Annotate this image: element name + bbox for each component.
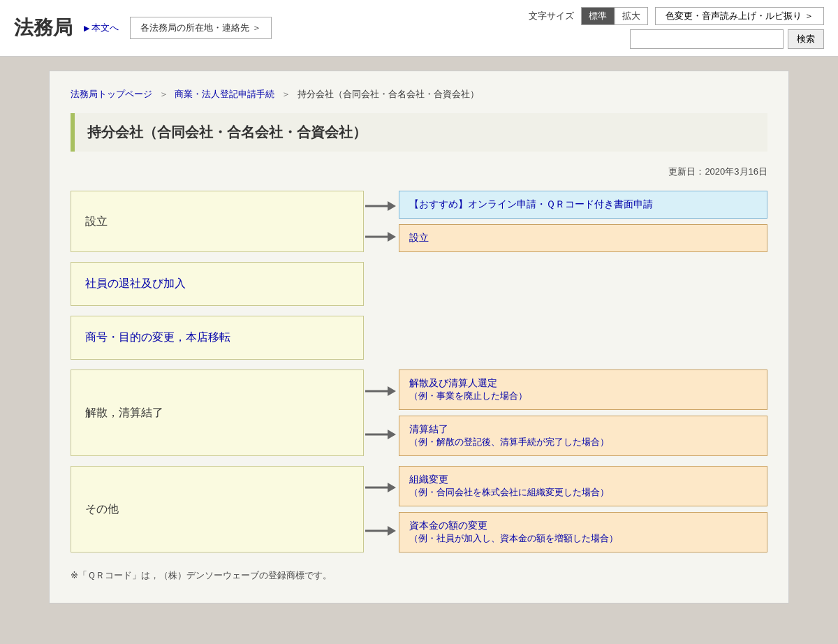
right-link-setsuritsu-0[interactable]: 【おすすめ】オンライン申請・ＱＲコード付き書面申請 bbox=[409, 198, 653, 210]
color-button[interactable]: 色変更・音声読み上げ・ルビ振り ＞ bbox=[655, 7, 824, 25]
section-left-sonota: その他 bbox=[71, 466, 364, 552]
svg-marker-7 bbox=[388, 430, 396, 439]
right-box-sonota-1[interactable]: 資本金の額の変更（例・社員が加入し、資本金の額を増額した場合） bbox=[399, 512, 767, 552]
section-link-shogo[interactable]: 商号・目的の変更，本店移転 bbox=[85, 330, 230, 345]
font-size-label: 文字サイズ bbox=[529, 10, 574, 22]
breadcrumb-item-1[interactable]: 法務局トップページ bbox=[71, 89, 152, 99]
right-box-setsuritsu-0[interactable]: 【おすすめ】オンライン申請・ＱＲコード付き書面申請 bbox=[399, 191, 767, 219]
section-row-shogo: 商号・目的の変更，本店移転 bbox=[71, 316, 767, 360]
sections: 設立 【おすすめ】オンライン申請・ＱＲコード付き書面申請設立社員の退社及び加入商… bbox=[71, 191, 767, 552]
content-card: 法務局トップページ ＞ 商業・法人登記申請手続 ＞ 持分会社（合同会社・合名会社… bbox=[49, 71, 789, 603]
arrow-setsuritsu-0 bbox=[364, 191, 399, 221]
right-link-sonota-0[interactable]: 組織変更 bbox=[409, 474, 448, 485]
breadcrumb-current: 持分会社（合同会社・合名会社・合資会社） bbox=[297, 89, 479, 99]
section-left-shogo[interactable]: 商号・目的の変更，本店移転 bbox=[71, 316, 364, 360]
font-size-standard-button[interactable]: 標準 bbox=[581, 7, 615, 25]
footer-note: ※「ＱＲコード」は，（株）デンソーウェーブの登録商標です。 bbox=[71, 569, 767, 582]
section-row-setsuritsu: 設立 【おすすめ】オンライン申請・ＱＲコード付き書面申請設立 bbox=[71, 191, 767, 252]
svg-marker-9 bbox=[388, 483, 396, 492]
section-left-kaisan: 解散，清算結了 bbox=[71, 369, 364, 456]
header-right: 文字サイズ 標準 拡大 色変更・音声読み上げ・ルビ振り ＞ 検索 bbox=[529, 7, 824, 49]
arrow-kaisan-0 bbox=[364, 369, 399, 413]
arrow-kaisan-1 bbox=[364, 413, 399, 456]
header-top-row: 文字サイズ 標準 拡大 色変更・音声読み上げ・ルビ振り ＞ bbox=[529, 7, 824, 25]
main-wrapper: 法務局トップページ ＞ 商業・法人登記申請手続 ＞ 持分会社（合同会社・合名会社… bbox=[35, 57, 803, 617]
section-link-taisha[interactable]: 社員の退社及び加入 bbox=[85, 277, 186, 291]
font-size-buttons: 標準 拡大 bbox=[581, 7, 648, 25]
right-box-sonota-0[interactable]: 組織変更（例・合同会社を株式会社に組織変更した場合） bbox=[399, 466, 767, 506]
header-left: 法務局 本文へ 各法務局の所在地・連絡先 ＞ bbox=[14, 15, 272, 41]
honbun-link[interactable]: 本文へ bbox=[84, 22, 119, 34]
breadcrumb-item-2[interactable]: 商業・法人登記申請手続 bbox=[175, 89, 274, 99]
locations-button[interactable]: 各法務局の所在地・連絡先 ＞ bbox=[130, 17, 272, 39]
right-link-sonota-1[interactable]: 資本金の額の変更 bbox=[409, 520, 487, 531]
right-subtext-kaisan-1: （例・解散の登記後、清算手続が完了した場合） bbox=[409, 436, 757, 448]
section-right-sonota: 組織変更（例・合同会社を株式会社に組織変更した場合）資本金の額の変更（例・社員が… bbox=[399, 466, 767, 552]
right-link-kaisan-1[interactable]: 清算結了 bbox=[409, 423, 448, 434]
right-subtext-sonota-1: （例・社員が加入し、資本金の額を増額した場合） bbox=[409, 532, 757, 545]
page-title: 持分会社（合同会社・合名会社・合資会社） bbox=[71, 113, 767, 152]
search-row: 検索 bbox=[630, 29, 824, 49]
right-box-kaisan-1[interactable]: 清算結了（例・解散の登記後、清算手続が完了した場合） bbox=[399, 416, 767, 456]
font-size-large-button[interactable]: 拡大 bbox=[615, 7, 648, 25]
svg-marker-11 bbox=[388, 526, 396, 536]
svg-marker-3 bbox=[388, 232, 396, 242]
breadcrumb-sep-1: ＞ bbox=[159, 89, 168, 99]
section-row-kaisan: 解散，清算結了 解散及び清算人選定（例・事業を廃止した場合）清算結了（例・解散の… bbox=[71, 369, 767, 456]
section-left-setsuritsu: 設立 bbox=[71, 191, 364, 252]
right-box-setsuritsu-1[interactable]: 設立 bbox=[399, 224, 767, 252]
arrow-sonota-1 bbox=[364, 509, 399, 552]
section-right-setsuritsu: 【おすすめ】オンライン申請・ＱＲコード付き書面申請設立 bbox=[399, 191, 767, 252]
site-title: 法務局 bbox=[14, 15, 73, 41]
breadcrumb-sep-2: ＞ bbox=[281, 89, 291, 99]
right-subtext-kaisan-0: （例・事業を廃止した場合） bbox=[409, 390, 757, 402]
section-row-taisha: 社員の退社及び加入 bbox=[71, 262, 767, 306]
arrow-sonota-0 bbox=[364, 466, 399, 509]
right-box-kaisan-0[interactable]: 解散及び清算人選定（例・事業を廃止した場合） bbox=[399, 369, 767, 410]
header: 法務局 本文へ 各法務局の所在地・連絡先 ＞ 文字サイズ 標準 拡大 色変更・音… bbox=[0, 0, 838, 57]
svg-marker-5 bbox=[388, 386, 396, 396]
right-link-kaisan-0[interactable]: 解散及び清算人選定 bbox=[409, 377, 497, 388]
right-link-setsuritsu-1[interactable]: 設立 bbox=[409, 232, 429, 243]
search-input[interactable] bbox=[630, 29, 784, 49]
arrow-area-kaisan bbox=[364, 369, 399, 456]
arrow-area-sonota bbox=[364, 466, 399, 552]
right-subtext-sonota-0: （例・合同会社を株式会社に組織変更した場合） bbox=[409, 486, 757, 499]
section-row-sonota: その他 組織変更（例・合同会社を株式会社に組織変更した場合）資本金の額の変更（例… bbox=[71, 466, 767, 552]
svg-marker-1 bbox=[388, 201, 396, 211]
arrow-setsuritsu-1 bbox=[364, 221, 399, 252]
section-left-taisha[interactable]: 社員の退社及び加入 bbox=[71, 262, 364, 306]
section-right-kaisan: 解散及び清算人選定（例・事業を廃止した場合）清算結了（例・解散の登記後、清算手続… bbox=[399, 369, 767, 456]
search-button[interactable]: 検索 bbox=[788, 29, 824, 49]
arrow-area-setsuritsu bbox=[364, 191, 399, 252]
update-date: 更新日：2020年3月16日 bbox=[71, 166, 767, 178]
breadcrumb: 法務局トップページ ＞ 商業・法人登記申請手続 ＞ 持分会社（合同会社・合名会社… bbox=[71, 88, 767, 101]
